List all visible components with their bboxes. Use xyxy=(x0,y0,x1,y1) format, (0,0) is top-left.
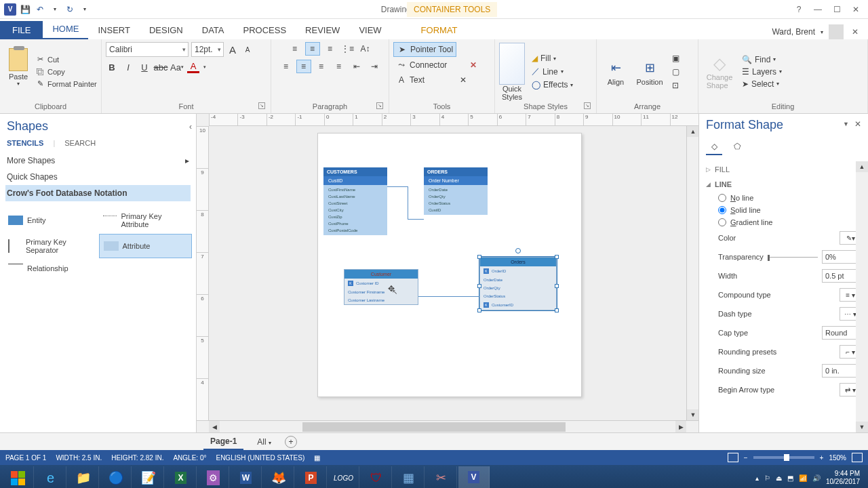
all-pages-tab[interactable]: All ▾ xyxy=(250,434,278,449)
tray-icon[interactable]: ⚐ xyxy=(764,474,770,482)
format-tab[interactable]: FORMAT xyxy=(412,21,467,39)
minimize-button[interactable]: — xyxy=(811,3,825,16)
align-center-button[interactable]: ≡ xyxy=(296,60,311,73)
entity-stencil[interactable]: Entity xyxy=(4,208,98,232)
help-icon[interactable]: ? xyxy=(792,3,806,16)
tray-icon[interactable]: ⬒ xyxy=(787,474,793,482)
scroll-down-button[interactable]: ▼ xyxy=(856,422,868,432)
scroll-right-button[interactable]: ▶ xyxy=(675,421,686,432)
firefox-button[interactable]: 🦊 xyxy=(263,466,294,488)
resize-handle[interactable] xyxy=(555,308,559,312)
resize-handle[interactable] xyxy=(555,255,559,259)
snip-button[interactable]: ✂ xyxy=(426,466,457,488)
fit-window-button[interactable] xyxy=(852,453,863,462)
stencils-tab[interactable]: STENCILS xyxy=(7,139,43,147)
bold-button[interactable]: B xyxy=(106,61,118,73)
quick-styles-button[interactable] xyxy=(499,43,525,85)
resize-handle[interactable] xyxy=(477,308,481,312)
customer-entity[interactable]: Customer KCustomer ID Customer Firstname… xyxy=(344,269,418,305)
italic-button[interactable]: I xyxy=(122,61,134,73)
underline-button[interactable]: U xyxy=(138,61,151,73)
pointer-tool-button[interactable]: ➤Pointer Tool xyxy=(393,42,456,57)
text-direction-button[interactable]: A↕ xyxy=(358,42,373,56)
font-name-combo[interactable]: Calibri▾ xyxy=(106,42,189,57)
volume-icon[interactable]: 🔊 xyxy=(812,474,821,482)
format-painter-button[interactable]: ✎Format Painter xyxy=(35,79,97,89)
align-middle-button[interactable]: ≡ xyxy=(305,42,320,56)
send-back-button[interactable]: ▢ xyxy=(669,66,682,78)
line-button[interactable]: ／Line▾ xyxy=(532,66,573,77)
network-icon[interactable]: 📶 xyxy=(799,474,807,482)
resize-handle[interactable] xyxy=(477,255,481,259)
resize-handle[interactable] xyxy=(555,284,559,288)
page-1-tab[interactable]: Page-1 xyxy=(203,434,243,450)
macro-record-icon[interactable]: ▦ xyxy=(314,454,320,462)
user-avatar-icon[interactable] xyxy=(829,24,844,39)
insert-tab[interactable]: INSERT xyxy=(88,21,139,39)
paste-button[interactable]: Paste ▾ xyxy=(4,48,33,96)
decrease-indent-button[interactable]: ⇤ xyxy=(349,60,364,73)
bring-front-button[interactable]: ▣ xyxy=(669,52,682,64)
align-left-button[interactable]: ≡ xyxy=(279,60,294,73)
review-tab[interactable]: REVIEW xyxy=(296,21,349,39)
add-page-button[interactable]: + xyxy=(285,436,297,448)
find-button[interactable]: 🔍Find▾ xyxy=(742,55,782,64)
shrink-font-button[interactable]: A xyxy=(241,43,254,56)
delete-connector-icon[interactable]: ✕ xyxy=(470,60,477,70)
format-pane-scrollbar[interactable]: ▲ ▼ xyxy=(856,161,868,432)
view-tab[interactable]: VIEW xyxy=(349,21,391,39)
increase-indent-button[interactable]: ⇥ xyxy=(367,60,382,73)
tray-icon[interactable]: ⏏ xyxy=(776,474,782,482)
user-name[interactable]: Ward, Brent xyxy=(772,27,815,37)
close-button[interactable]: ✕ xyxy=(849,3,863,16)
close-document-button[interactable]: ✕ xyxy=(849,26,861,38)
layers-button[interactable]: ☰Layers▾ xyxy=(742,67,782,77)
ie-button[interactable]: e xyxy=(35,466,66,488)
zoom-level[interactable]: 150% xyxy=(829,454,846,462)
paragraph-dialog-launcher[interactable]: ↘ xyxy=(376,102,383,109)
system-clock[interactable]: 9:44 PM 10/26/2017 xyxy=(826,470,860,486)
fill-section-header[interactable]: ▷FILL xyxy=(706,162,861,177)
explorer-button[interactable]: 📁 xyxy=(68,466,99,488)
qat-more-icon[interactable]: ▾ xyxy=(79,3,91,16)
justify-button[interactable]: ≡ xyxy=(332,60,347,73)
presentation-mode-button[interactable] xyxy=(728,453,738,462)
drawing-page[interactable]: CUSTOMERS CustID CustFirstName CustLastN… xyxy=(317,133,582,397)
design-tab[interactable]: DESIGN xyxy=(140,21,193,39)
format-pane-close-button[interactable]: ✕ xyxy=(854,119,861,129)
drawing-canvas[interactable]: CUSTOMERS CustID CustFirstName CustLastN… xyxy=(209,126,686,420)
select-button[interactable]: ➤Select▾ xyxy=(742,79,782,89)
save-icon[interactable]: 💾 xyxy=(19,3,31,16)
fill-button[interactable]: ◢Fill▾ xyxy=(532,54,573,63)
orders-entity[interactable]: ORDERS Order Number OrderDate OrderQty O… xyxy=(424,167,488,215)
relationship-stencil[interactable]: Relationship xyxy=(4,260,98,277)
settings-button[interactable]: ⚙ xyxy=(198,466,229,488)
connector-line[interactable] xyxy=(408,219,424,220)
copy-button[interactable]: ⿻Copy xyxy=(35,67,97,77)
pk-attribute-stencil[interactable]: Primary Key Attribute xyxy=(99,208,193,232)
page-indicator[interactable]: PAGE 1 OF 1 xyxy=(5,454,46,462)
resize-handle[interactable] xyxy=(477,284,481,288)
zoom-slider[interactable] xyxy=(753,456,814,459)
redo-icon[interactable]: ↻ xyxy=(64,3,76,16)
notepad-button[interactable]: 📝 xyxy=(133,466,164,488)
chrome-button[interactable]: 🔵 xyxy=(100,466,132,488)
strikethrough-button[interactable]: abc xyxy=(155,61,167,73)
orders2-entity[interactable]: Orders KOrderID OrderDate OrderQty Order… xyxy=(479,257,557,310)
tray-expand-icon[interactable]: ▴ xyxy=(755,474,759,482)
home-tab[interactable]: HOME xyxy=(43,20,88,39)
pk-separator-stencil[interactable]: Primary Key Separator xyxy=(4,234,98,258)
effects-button[interactable]: ◯Effects▾ xyxy=(532,80,573,89)
zoom-in-button[interactable]: + xyxy=(820,454,824,462)
shape-styles-dialog-launcher[interactable]: ↘ xyxy=(584,102,591,109)
excel-button[interactable]: X xyxy=(165,466,197,488)
fill-line-tab[interactable]: ◇ xyxy=(706,139,722,155)
scroll-down-button[interactable]: ▼ xyxy=(687,409,699,420)
visio-taskbar-button[interactable]: V xyxy=(458,466,490,488)
data-tab[interactable]: DATA xyxy=(193,21,234,39)
logo-app-button[interactable]: LOGO xyxy=(328,466,359,488)
no-line-radio[interactable]: No line xyxy=(718,192,861,204)
align-right-button[interactable]: ≡ xyxy=(314,60,329,73)
group-button[interactable]: ⊡ xyxy=(669,79,682,92)
word-button[interactable]: W xyxy=(231,466,262,488)
